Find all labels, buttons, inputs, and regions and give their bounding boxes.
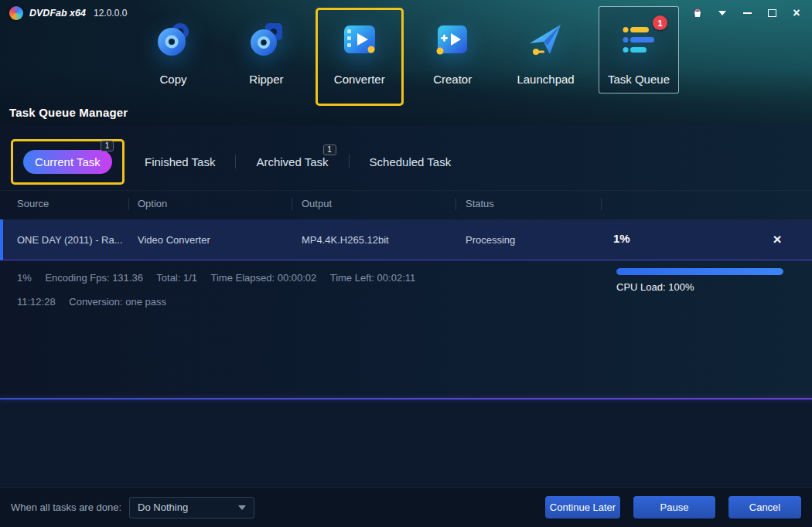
when-done-label: When all tasks are done: <box>11 502 121 513</box>
nav-label-converter: Converter <box>334 73 385 86</box>
task-tabs: Current Task 1 Finished Task Archived Ta… <box>11 138 471 185</box>
store-icon[interactable] <box>691 7 704 19</box>
task-queue-panel: Current Task 1 Finished Task Archived Ta… <box>0 125 812 487</box>
detail-timestamp: 11:12:28 <box>17 296 56 308</box>
panel-lower-area <box>0 400 812 487</box>
cancel-button[interactable]: Cancel <box>728 496 801 518</box>
close-icon[interactable]: × <box>790 7 803 19</box>
tab-archived-task[interactable]: Archived Task 1 <box>236 138 348 185</box>
main-nav: Copy Ripper <box>130 19 682 86</box>
nav-item-task-queue[interactable]: 1 Task Queue <box>595 19 682 86</box>
nav-item-converter[interactable]: Converter <box>316 19 403 86</box>
nav-label-copy: Copy <box>159 73 186 86</box>
nav-item-copy[interactable]: Copy <box>130 19 217 86</box>
cpu-load-label: CPU Load: 100% <box>616 281 694 293</box>
current-task-count-badge: 1 <box>101 141 114 151</box>
nav-item-launchpad[interactable]: Launchpad <box>503 19 589 86</box>
nav-label-task-queue: Task Queue <box>608 73 670 86</box>
when-done-dropdown[interactable]: Do Nothing <box>129 497 254 518</box>
column-header-source: Source <box>0 198 129 210</box>
app-version: 12.0.0.0 <box>94 8 127 19</box>
tab-finished-task[interactable]: Finished Task <box>125 138 235 185</box>
footer-bar: When all tasks are done: Do Nothing Cont… <box>0 487 812 527</box>
dvdfab-logo-icon <box>9 6 23 20</box>
dropdown-caret-icon <box>238 505 246 510</box>
nav-label-creator: Creator <box>433 73 472 86</box>
queue-table-header: Source Option Output Status <box>0 193 812 215</box>
row-status: Processing <box>456 234 602 246</box>
row-option: Video Converter <box>129 234 292 246</box>
detail-left: Time Left: 00:02:11 <box>330 272 416 284</box>
tabs-underline <box>0 190 812 191</box>
task-details-line-1: 1% Encoding Fps: 131.36 Total: 1/1 Time … <box>17 270 558 294</box>
minimize-icon[interactable] <box>741 7 753 19</box>
nav-item-ripper[interactable]: Ripper <box>223 19 309 86</box>
row-source: ONE DAY (2011) - Ra... <box>3 234 129 246</box>
maximize-icon[interactable] <box>766 7 778 19</box>
table-row[interactable]: ONE DAY (2011) - Ra... Video Converter M… <box>0 219 812 260</box>
pause-button[interactable]: Pause <box>633 496 715 518</box>
app-name: DVDFab x64 <box>29 8 86 19</box>
cpu-progress-fill <box>616 268 783 275</box>
task-details: 1% Encoding Fps: 131.36 Total: 1/1 Time … <box>17 270 558 318</box>
dropdown-caret-icon[interactable] <box>716 7 728 19</box>
detail-total: Total: 1/1 <box>156 272 197 284</box>
when-done-dropdown-value: Do Nothing <box>138 502 238 513</box>
tab-archived-task-label: Archived Task <box>256 155 328 168</box>
task-details-line-2: 11:12:28 Conversion: one pass <box>17 294 558 318</box>
row-progress-percent: 1% <box>613 232 630 245</box>
current-task-highlight-box: Current Task 1 <box>11 139 125 185</box>
detail-elapsed: Time Elapsed: 00:00:02 <box>210 272 316 284</box>
tab-scheduled-task[interactable]: Scheduled Task <box>350 138 472 185</box>
column-header-output: Output <box>292 198 456 210</box>
nav-label-ripper: Ripper <box>249 73 283 86</box>
nav-label-launchpad: Launchpad <box>517 73 574 86</box>
dvdfab-window: DVDFab x64 12.0.0.0 × <box>0 0 812 527</box>
column-header-option: Option <box>129 198 292 210</box>
purple-divider <box>0 398 812 400</box>
detail-conversion: Conversion: one pass <box>69 296 166 308</box>
detail-fps: Encoding Fps: 131.36 <box>45 272 142 284</box>
tab-current-task[interactable]: Current Task <box>23 150 112 174</box>
detail-percent: 1% <box>17 272 32 284</box>
nav-item-creator[interactable]: Creator <box>409 19 496 86</box>
row-close-icon[interactable]: × <box>766 219 789 260</box>
continue-later-button[interactable]: Continue Later <box>545 496 620 518</box>
cpu-progress-bar <box>616 268 783 275</box>
page-title: Task Queue Manager <box>9 106 128 119</box>
archived-task-count-badge: 1 <box>323 144 336 155</box>
column-header-status: Status <box>456 198 602 210</box>
tab-finished-task-label: Finished Task <box>145 155 215 168</box>
row-output: MP4.4K.H265.12bit <box>292 234 456 246</box>
titlebar: DVDFab x64 12.0.0.0 × <box>0 0 812 26</box>
window-controls: × <box>691 7 803 19</box>
tab-scheduled-task-label: Scheduled Task <box>370 155 452 168</box>
